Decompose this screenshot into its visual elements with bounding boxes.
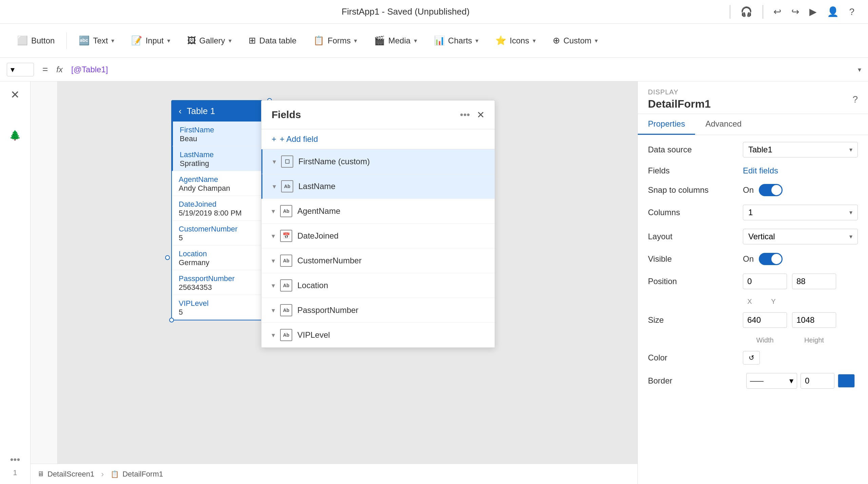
media-chevron-icon: ▾ bbox=[414, 37, 417, 44]
size-axis-labels: Width Height bbox=[648, 336, 858, 344]
color-reset-button[interactable]: ↺ bbox=[743, 351, 760, 365]
height-label: Height bbox=[792, 336, 836, 344]
data-source-chevron-icon: ▾ bbox=[849, 146, 852, 153]
size-inputs bbox=[743, 312, 858, 328]
custom-tool[interactable]: ⊕ Custom ▾ bbox=[546, 32, 605, 49]
edit-fields-link[interactable]: Edit fields bbox=[743, 166, 778, 175]
forms-tool[interactable]: 📋 Forms ▾ bbox=[307, 32, 364, 49]
border-style-dropdown[interactable]: —— ▾ bbox=[746, 373, 797, 389]
breadcrumb-form[interactable]: 📋 DetailForm1 bbox=[111, 470, 163, 479]
fields-close-icon[interactable]: ✕ bbox=[477, 109, 485, 120]
field-name-datejoined: DateJoined bbox=[297, 231, 485, 241]
charts-tool[interactable]: 📊 Charts ▾ bbox=[427, 32, 486, 49]
field-item[interactable]: ▾ ☐ FirstName (custom) bbox=[261, 149, 495, 174]
text-tool-icon: 🔤 bbox=[79, 35, 90, 46]
table-title: Table 1 bbox=[187, 106, 215, 116]
field-expand-icon: ▾ bbox=[272, 331, 275, 339]
snap-toggle[interactable] bbox=[759, 184, 783, 196]
forms-tool-label: Forms bbox=[328, 36, 351, 45]
forms-tool-icon: 📋 bbox=[313, 35, 324, 46]
sidebar-tree-icon[interactable]: 🌲 bbox=[5, 125, 25, 145]
handle-left[interactable] bbox=[165, 255, 170, 260]
formula-value: [@Table1] bbox=[68, 63, 853, 76]
field-expand-icon: ▾ bbox=[272, 281, 275, 290]
field-item[interactable]: ▾ Ab CustomerNumber bbox=[261, 248, 495, 273]
display-section: DISPLAY DetailForm1 bbox=[648, 88, 711, 110]
columns-row: Columns 1 ▾ bbox=[648, 205, 858, 220]
close-panel-icon[interactable]: ✕ bbox=[11, 88, 20, 101]
tree-panel-content bbox=[31, 81, 57, 95]
position-x-input[interactable] bbox=[743, 274, 787, 289]
field-name-location: Location bbox=[297, 281, 485, 290]
field-type-text-icon: Ab bbox=[280, 205, 292, 217]
tab-advanced[interactable]: Advanced bbox=[695, 114, 752, 135]
columns-dropdown[interactable]: 1 ▾ bbox=[743, 205, 858, 220]
form-icon: 📋 bbox=[111, 470, 119, 478]
user-icon[interactable]: 👤 bbox=[827, 6, 839, 17]
size-height-input[interactable] bbox=[792, 312, 836, 328]
display-label: DISPLAY bbox=[648, 88, 711, 96]
width-label: Width bbox=[743, 336, 787, 344]
datatable-tool[interactable]: ⊞ Data table bbox=[242, 32, 303, 49]
color-label: Color bbox=[648, 353, 743, 362]
layout-label: Layout bbox=[648, 232, 743, 241]
button-tool[interactable]: ⬜ Button bbox=[10, 32, 61, 49]
field-expand-icon: ▾ bbox=[273, 182, 276, 190]
formula-expand-icon[interactable]: ▾ bbox=[858, 66, 861, 74]
charts-tool-icon: 📊 bbox=[434, 35, 445, 46]
sidebar-item-label: 1 bbox=[13, 468, 17, 477]
layout-dropdown[interactable]: Vertical ▾ bbox=[743, 229, 858, 244]
redo-icon[interactable]: ↪ bbox=[791, 6, 799, 17]
field-name-customernumber: CustomerNumber bbox=[297, 256, 485, 265]
table-back-icon[interactable]: ‹ bbox=[179, 106, 182, 116]
fx-label: fx bbox=[56, 65, 63, 74]
breadcrumb-screen[interactable]: 🖥 DetailScreen1 bbox=[37, 470, 94, 479]
media-tool[interactable]: 🎬 Media ▾ bbox=[367, 32, 423, 49]
color-row: Color ↺ bbox=[648, 351, 858, 365]
field-type-checkbox-icon: ☐ bbox=[281, 155, 293, 168]
snap-state-text: On bbox=[743, 185, 754, 195]
add-field-plus-icon: + bbox=[272, 134, 276, 144]
sidebar-dots-icon[interactable]: ••• bbox=[10, 454, 20, 465]
canvas-area: ‹ Table 1 🗑 ✎ FirstName Beau LastName Sp… bbox=[31, 81, 637, 484]
field-item[interactable]: ▾ 📅 DateJoined bbox=[261, 224, 495, 248]
headset-icon[interactable]: 🎧 bbox=[741, 6, 752, 17]
visible-row: Visible On bbox=[648, 253, 858, 265]
field-item[interactable]: ▾ Ab VIPLevel bbox=[261, 323, 495, 348]
field-type-text-icon: Ab bbox=[280, 329, 292, 341]
breadcrumb-bar: 🖥 DetailScreen1 › 📋 DetailForm1 bbox=[31, 464, 637, 484]
fields-more-icon[interactable]: ••• bbox=[460, 109, 470, 120]
panel-body: Data source Table1 ▾ Fields Edit fields … bbox=[638, 135, 868, 404]
field-expand-icon: ▾ bbox=[272, 232, 275, 240]
input-tool[interactable]: 📝 Input ▾ bbox=[124, 32, 177, 49]
fields-header-actions: ••• ✕ bbox=[460, 109, 485, 120]
fields-panel-title: Fields bbox=[272, 109, 301, 120]
field-item[interactable]: ▾ Ab AgentName bbox=[261, 199, 495, 224]
visible-toggle[interactable] bbox=[759, 253, 783, 265]
add-field-button[interactable]: + + Add field bbox=[261, 129, 495, 149]
columns-value: 1 bbox=[748, 208, 849, 217]
handle-bottom-left[interactable] bbox=[169, 318, 174, 322]
position-y-input[interactable] bbox=[792, 274, 836, 289]
undo-icon[interactable]: ↩ bbox=[773, 6, 781, 17]
data-source-dropdown[interactable]: Table1 ▾ bbox=[743, 142, 858, 157]
right-panel: DISPLAY DetailForm1 ? Properties Advance… bbox=[637, 81, 868, 484]
text-tool[interactable]: 🔤 Text ▾ bbox=[72, 32, 121, 49]
help-icon[interactable]: ? bbox=[849, 6, 854, 17]
field-item[interactable]: ▾ Ab LastName bbox=[261, 174, 495, 199]
custom-chevron-icon: ▾ bbox=[595, 37, 598, 44]
component-name: DetailForm1 bbox=[648, 98, 711, 110]
icons-tool[interactable]: ⭐ Icons ▾ bbox=[489, 32, 542, 49]
media-tool-label: Media bbox=[388, 36, 410, 45]
field-name-viplevel: VIPLevel bbox=[297, 330, 485, 340]
gallery-tool[interactable]: 🖼 Gallery ▾ bbox=[180, 32, 238, 49]
size-width-input[interactable] bbox=[743, 312, 787, 328]
tab-properties[interactable]: Properties bbox=[638, 114, 695, 135]
play-icon[interactable]: ▶ bbox=[809, 6, 817, 17]
field-item[interactable]: ▾ Ab PassportNumber bbox=[261, 298, 495, 323]
help-icon[interactable]: ? bbox=[852, 94, 858, 105]
component-dropdown[interactable]: ▾ bbox=[7, 63, 34, 76]
field-item[interactable]: ▾ Ab Location bbox=[261, 273, 495, 298]
border-width-input[interactable] bbox=[801, 373, 834, 389]
border-color-swatch[interactable] bbox=[838, 374, 855, 388]
